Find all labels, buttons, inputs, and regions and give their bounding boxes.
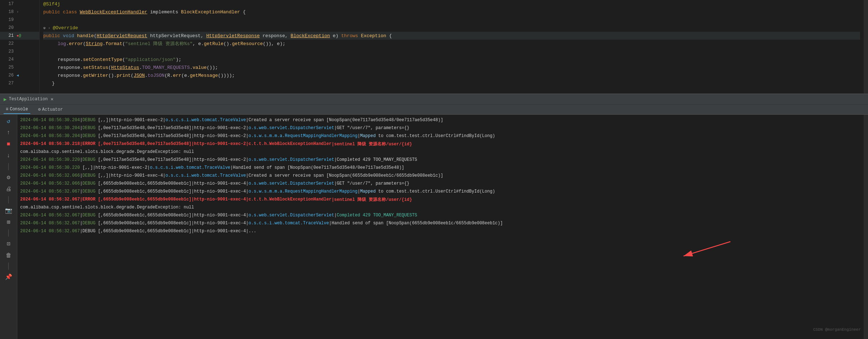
layout-button[interactable]: ⊞ <box>4 217 14 227</box>
code-line-27: } <box>43 79 860 87</box>
scroll-down-button[interactable]: ↓ <box>4 151 14 161</box>
watermark: CSDN @morganEngineer <box>813 327 861 332</box>
code-line-17: @Slf4j <box>43 0 860 8</box>
camera-button[interactable]: 📷 <box>4 206 14 216</box>
svg-line-1 <box>684 242 730 256</box>
divider-3 <box>8 229 9 237</box>
log-line-11: 2024-06-14 08:56:32.067|ERROR [,6655db9e… <box>17 195 864 203</box>
line-23: 23 <box>0 48 39 56</box>
line-number-gutter: 17 18 › 19 20 21 ● @ 22 23 24 25 <box>0 0 40 93</box>
red-arrow-annotation <box>676 238 734 260</box>
code-line-22: log . error ( String . format ( "sentine… <box>43 40 860 48</box>
line-22: 22 <box>0 40 39 48</box>
editor-scrollbar[interactable] <box>864 0 868 93</box>
line-27: 27 <box>0 79 39 87</box>
run-icon: ▶ <box>4 96 6 102</box>
code-line-20: ✾ › @Override <box>43 24 860 32</box>
line-21: 21 ● @ <box>0 32 39 40</box>
actuator-icon: ⚙ <box>38 107 41 112</box>
line-17: 17 <box>0 0 39 8</box>
run-arrow: @ <box>19 34 21 38</box>
log-line-14: 2024-06-14 08:56:32.067 | DEBUG [,6655db… <box>17 219 864 227</box>
log-line-15: 2024-06-14 08:56:32.067 |DEBUG [,6655db9… <box>17 227 864 235</box>
console-icon: ≡ <box>6 107 8 112</box>
restart-button[interactable]: ↺ <box>4 116 14 126</box>
print-button[interactable]: 🖨 <box>4 184 14 194</box>
run-bar: ▶ TestApplication ✕ <box>0 94 868 105</box>
tab-console[interactable]: ≡ Console <box>4 105 30 114</box>
code-line-26: response. getWriter (). print ( JSON . t… <box>43 71 860 79</box>
settings-button[interactable]: ⚙ <box>4 172 14 182</box>
code-line-21: public void handle ( HttpServletRequest … <box>43 32 860 40</box>
log-line-12: com.alibaba.csp.sentinel.slots.block.deg… <box>17 203 864 211</box>
line-19: 19 <box>0 16 39 24</box>
console-output: 2024-06-14 08:56:30.204 | DEBUG [,,]|htt… <box>17 115 864 339</box>
log-line-10: 2024-06-14 08:56:32.067 | DEBUG [,6655db… <box>17 188 864 195</box>
tab-actuator[interactable]: ⚙ Actuator <box>36 105 65 114</box>
log-line-5: com.alibaba.csp.sentinel.slots.block.deg… <box>17 148 864 156</box>
code-content: @Slf4j public class WebBlockExceptionHan… <box>40 0 864 93</box>
log-line-4: 2024-06-14 08:56:30.218|ERROR [,0ee7117a… <box>17 140 864 148</box>
clear-button[interactable]: 🗑 <box>4 250 14 260</box>
console-scrollbar[interactable] <box>864 115 868 339</box>
line-25: 25 <box>0 63 39 71</box>
divider-1 <box>8 163 9 170</box>
code-line-23 <box>43 48 860 56</box>
line-20: 20 <box>0 24 39 32</box>
log-line-7: 2024-06-14 08:56:30.220 [,,]|http-nio-90… <box>17 164 864 172</box>
editor-area: 17 18 › 19 20 21 ● @ 22 23 24 25 <box>0 0 868 94</box>
line-26: 26 ◀ <box>0 71 39 79</box>
filter-button[interactable]: ⊡ <box>4 239 14 249</box>
log-line-6: 2024-06-14 08:56:30.220 | DEBUG [,0ee711… <box>17 156 864 164</box>
close-run-button[interactable]: ✕ <box>50 96 53 102</box>
console-toolbar: ≡ Console ⚙ Actuator <box>0 105 868 115</box>
log-line-9: 2024-06-14 08:56:32.066 | DEBUG [,6655db… <box>17 180 864 188</box>
console-left-panel: ↺ ↑ ■ ↓ ⚙ 🖨 📷 ⊞ ⊡ 🗑 📌 <box>0 115 17 339</box>
divider-4 <box>8 263 9 270</box>
divider-2 <box>8 196 9 203</box>
fold-icon[interactable]: › <box>17 10 22 14</box>
console-wrapper: ↺ ↑ ■ ↓ ⚙ 🖨 📷 ⊞ ⊡ 🗑 📌 2024-06-14 08:56:3… <box>0 115 868 339</box>
code-line-18: public class WebBlockExceptionHandler im… <box>43 8 860 16</box>
line-26-bookmark: ◀ <box>17 73 19 78</box>
scroll-up-button[interactable]: ↑ <box>4 128 14 138</box>
log-line-1: 2024-06-14 08:56:30.204 | DEBUG [,,]|htt… <box>17 116 864 124</box>
code-line-19 <box>43 16 860 24</box>
code-line-25: response. setStatus ( HttpStatus . TOO_M… <box>43 63 860 71</box>
log-line-13: 2024-06-14 08:56:32.067 | DEBUG [,6655db… <box>17 211 864 219</box>
log-line-8: 2024-06-14 08:56:32.066 | DEBUG [,,]|htt… <box>17 172 864 180</box>
run-title: TestApplication <box>9 97 48 102</box>
code-line-24: response. setContentType ( "application/… <box>43 56 860 63</box>
log-line-3: 2024-06-14 08:56:30.204 | DEBUG [,0ee711… <box>17 132 864 140</box>
stop-button[interactable]: ■ <box>4 139 14 149</box>
line-18: 18 › <box>0 8 39 16</box>
line-24: 24 <box>0 56 39 63</box>
log-line-2: 2024-06-14 08:56:30.204 | DEBUG [,0ee711… <box>17 124 864 132</box>
pin-button[interactable]: 📌 <box>4 272 14 282</box>
